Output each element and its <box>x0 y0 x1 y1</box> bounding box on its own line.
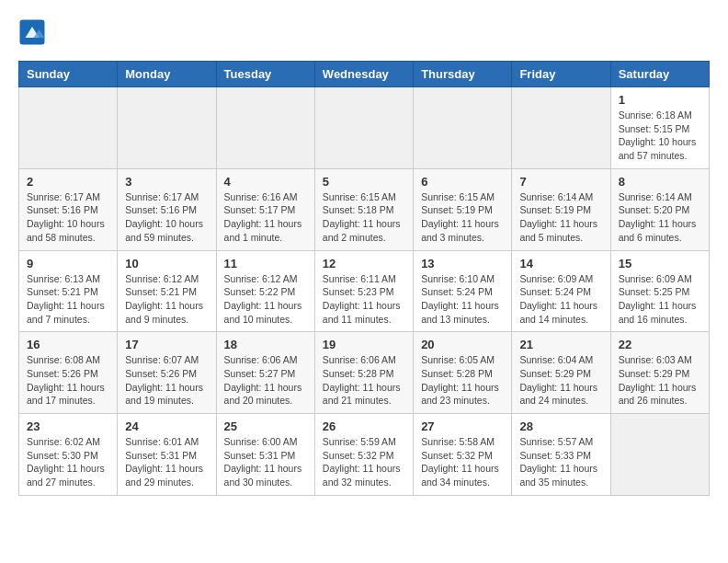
day-number: 18 <box>224 338 307 351</box>
calendar-cell: 25Sunrise: 6:00 AM Sunset: 5:31 PM Dayli… <box>216 414 314 496</box>
day-header-monday: Monday <box>118 62 216 87</box>
calendar-cell: 13Sunrise: 6:10 AM Sunset: 5:24 PM Dayli… <box>414 250 512 332</box>
day-header-tuesday: Tuesday <box>216 62 314 87</box>
calendar-cell <box>314 87 413 169</box>
calendar-cell: 6Sunrise: 6:15 AM Sunset: 5:19 PM Daylig… <box>414 168 512 250</box>
calendar-table: SundayMondayTuesdayWednesdayThursdayFrid… <box>18 61 710 496</box>
week-row-2: 2Sunrise: 6:17 AM Sunset: 5:16 PM Daylig… <box>19 168 710 250</box>
calendar-cell: 14Sunrise: 6:09 AM Sunset: 5:24 PM Dayli… <box>512 250 610 332</box>
day-info: Sunrise: 6:03 AM Sunset: 5:29 PM Dayligh… <box>619 353 701 408</box>
day-number: 8 <box>619 175 701 189</box>
day-info: Sunrise: 6:14 AM Sunset: 5:20 PM Dayligh… <box>619 190 701 245</box>
day-info: Sunrise: 6:01 AM Sunset: 5:31 PM Dayligh… <box>125 435 208 489</box>
calendar-cell: 19Sunrise: 6:06 AM Sunset: 5:28 PM Dayli… <box>314 332 413 414</box>
calendar-cell: 22Sunrise: 6:03 AM Sunset: 5:29 PM Dayli… <box>610 332 709 414</box>
day-number: 22 <box>619 338 701 351</box>
calendar-cell: 23Sunrise: 6:02 AM Sunset: 5:30 PM Dayli… <box>19 414 118 496</box>
calendar-cell: 28Sunrise: 5:57 AM Sunset: 5:33 PM Dayli… <box>512 414 610 496</box>
calendar-cell: 26Sunrise: 5:59 AM Sunset: 5:32 PM Dayli… <box>314 414 413 496</box>
day-header-thursday: Thursday <box>414 62 512 87</box>
day-header-saturday: Saturday <box>610 62 709 87</box>
calendar-cell <box>216 87 314 169</box>
calendar-cell: 5Sunrise: 6:15 AM Sunset: 5:18 PM Daylig… <box>314 168 413 250</box>
day-header-sunday: Sunday <box>19 62 118 87</box>
day-number: 3 <box>125 175 208 189</box>
day-number: 25 <box>224 419 307 433</box>
day-number: 26 <box>323 419 405 433</box>
calendar-cell <box>118 87 216 169</box>
logo <box>18 18 50 46</box>
calendar-cell: 11Sunrise: 6:12 AM Sunset: 5:22 PM Dayli… <box>216 250 314 332</box>
day-info: Sunrise: 6:17 AM Sunset: 5:16 PM Dayligh… <box>125 190 208 245</box>
day-number: 4 <box>224 175 307 189</box>
calendar-cell <box>610 414 709 496</box>
day-info: Sunrise: 6:10 AM Sunset: 5:24 PM Dayligh… <box>421 272 504 327</box>
day-info: Sunrise: 5:59 AM Sunset: 5:32 PM Dayligh… <box>323 435 405 489</box>
day-number: 14 <box>519 257 602 270</box>
day-number: 16 <box>27 338 109 351</box>
day-header-friday: Friday <box>512 62 610 87</box>
day-header-wednesday: Wednesday <box>314 62 413 87</box>
day-info: Sunrise: 6:08 AM Sunset: 5:26 PM Dayligh… <box>27 353 109 408</box>
calendar-cell: 20Sunrise: 6:05 AM Sunset: 5:28 PM Dayli… <box>414 332 512 414</box>
calendar-cell: 18Sunrise: 6:06 AM Sunset: 5:27 PM Dayli… <box>216 332 314 414</box>
day-number: 7 <box>519 175 602 189</box>
day-info: Sunrise: 5:58 AM Sunset: 5:32 PM Dayligh… <box>421 435 504 489</box>
calendar-cell: 17Sunrise: 6:07 AM Sunset: 5:26 PM Dayli… <box>118 332 216 414</box>
day-number: 20 <box>421 338 504 351</box>
day-info: Sunrise: 6:09 AM Sunset: 5:25 PM Dayligh… <box>619 272 701 327</box>
calendar-header-row: SundayMondayTuesdayWednesdayThursdayFrid… <box>19 62 710 87</box>
day-number: 6 <box>421 175 504 189</box>
day-number: 15 <box>619 257 701 270</box>
day-info: Sunrise: 6:17 AM Sunset: 5:16 PM Dayligh… <box>27 190 109 245</box>
day-number: 19 <box>323 338 405 351</box>
calendar-cell: 2Sunrise: 6:17 AM Sunset: 5:16 PM Daylig… <box>19 168 118 250</box>
calendar-cell: 4Sunrise: 6:16 AM Sunset: 5:17 PM Daylig… <box>216 168 314 250</box>
calendar-cell: 12Sunrise: 6:11 AM Sunset: 5:23 PM Dayli… <box>314 250 413 332</box>
calendar-cell: 8Sunrise: 6:14 AM Sunset: 5:20 PM Daylig… <box>610 168 709 250</box>
day-info: Sunrise: 6:15 AM Sunset: 5:18 PM Dayligh… <box>323 190 405 245</box>
calendar-cell: 3Sunrise: 6:17 AM Sunset: 5:16 PM Daylig… <box>118 168 216 250</box>
calendar-cell: 10Sunrise: 6:12 AM Sunset: 5:21 PM Dayli… <box>118 250 216 332</box>
day-number: 28 <box>519 419 602 433</box>
day-info: Sunrise: 6:14 AM Sunset: 5:19 PM Dayligh… <box>519 190 602 245</box>
day-number: 17 <box>125 338 208 351</box>
day-info: Sunrise: 6:12 AM Sunset: 5:22 PM Dayligh… <box>224 272 307 327</box>
day-number: 2 <box>27 175 109 189</box>
day-number: 21 <box>519 338 602 351</box>
day-info: Sunrise: 6:06 AM Sunset: 5:27 PM Dayligh… <box>224 353 307 408</box>
calendar-cell <box>512 87 610 169</box>
day-number: 9 <box>27 257 109 270</box>
calendar-cell: 7Sunrise: 6:14 AM Sunset: 5:19 PM Daylig… <box>512 168 610 250</box>
day-info: Sunrise: 6:05 AM Sunset: 5:28 PM Dayligh… <box>421 353 504 408</box>
day-info: Sunrise: 6:04 AM Sunset: 5:29 PM Dayligh… <box>519 353 602 408</box>
calendar-cell: 1Sunrise: 6:18 AM Sunset: 5:15 PM Daylig… <box>610 87 709 169</box>
week-row-3: 9Sunrise: 6:13 AM Sunset: 5:21 PM Daylig… <box>19 250 710 332</box>
day-info: Sunrise: 6:06 AM Sunset: 5:28 PM Dayligh… <box>323 353 405 408</box>
day-info: Sunrise: 6:18 AM Sunset: 5:15 PM Dayligh… <box>619 109 701 163</box>
calendar-cell: 15Sunrise: 6:09 AM Sunset: 5:25 PM Dayli… <box>610 250 709 332</box>
day-info: Sunrise: 6:00 AM Sunset: 5:31 PM Dayligh… <box>224 435 307 489</box>
day-number: 11 <box>224 257 307 270</box>
calendar-cell: 27Sunrise: 5:58 AM Sunset: 5:32 PM Dayli… <box>414 414 512 496</box>
day-info: Sunrise: 6:15 AM Sunset: 5:19 PM Dayligh… <box>421 190 504 245</box>
day-number: 24 <box>125 419 208 433</box>
calendar-cell: 16Sunrise: 6:08 AM Sunset: 5:26 PM Dayli… <box>19 332 118 414</box>
calendar-cell <box>414 87 512 169</box>
logo-icon <box>18 18 46 46</box>
week-row-4: 16Sunrise: 6:08 AM Sunset: 5:26 PM Dayli… <box>19 332 710 414</box>
day-info: Sunrise: 5:57 AM Sunset: 5:33 PM Dayligh… <box>519 435 602 489</box>
page-header <box>18 18 710 46</box>
day-number: 27 <box>421 419 504 433</box>
week-row-5: 23Sunrise: 6:02 AM Sunset: 5:30 PM Dayli… <box>19 414 710 496</box>
calendar-cell <box>19 87 118 169</box>
day-info: Sunrise: 6:12 AM Sunset: 5:21 PM Dayligh… <box>125 272 208 327</box>
day-number: 13 <box>421 257 504 270</box>
calendar-cell: 21Sunrise: 6:04 AM Sunset: 5:29 PM Dayli… <box>512 332 610 414</box>
day-info: Sunrise: 6:13 AM Sunset: 5:21 PM Dayligh… <box>27 272 109 327</box>
calendar-cell: 24Sunrise: 6:01 AM Sunset: 5:31 PM Dayli… <box>118 414 216 496</box>
day-info: Sunrise: 6:16 AM Sunset: 5:17 PM Dayligh… <box>224 190 307 245</box>
day-number: 10 <box>125 257 208 270</box>
day-number: 5 <box>323 175 405 189</box>
week-row-1: 1Sunrise: 6:18 AM Sunset: 5:15 PM Daylig… <box>19 87 710 169</box>
